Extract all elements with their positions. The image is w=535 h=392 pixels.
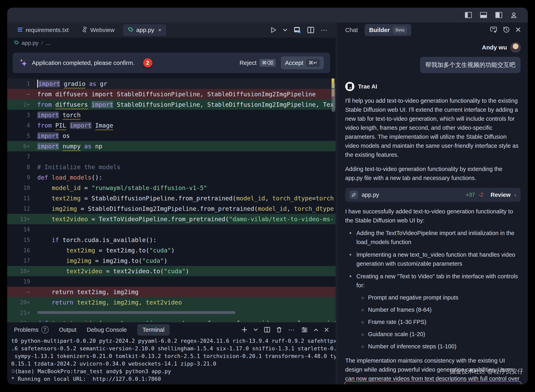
tab-label: requirements.txt xyxy=(26,27,69,33)
python-icon xyxy=(128,27,133,34)
bullet-item: •Adding the TextToVideoPipeline import a… xyxy=(345,229,521,247)
breadcrumb[interactable]: app.py / ... xyxy=(7,38,335,48)
code-line[interactable]: 2+from diffusers import StableDiffusionP… xyxy=(7,99,335,110)
code-line[interactable]: 14 xyxy=(7,224,335,235)
tab-label: app.py xyxy=(136,27,154,33)
tab-builder[interactable]: Builder Beta xyxy=(365,24,411,36)
accept-button[interactable]: Accept ⌘↵ xyxy=(281,56,324,69)
terminal-line: t0 python-multipart-0.0.20 pytz-2024.2 p… xyxy=(11,337,335,345)
line-number: 8 xyxy=(7,164,37,170)
watermark: 掘金技术社区 @程序员安仔 xyxy=(450,367,523,376)
close-panel-icon[interactable] xyxy=(324,327,329,332)
terminal-dropdown-icon[interactable] xyxy=(254,329,258,331)
panel-divider[interactable] xyxy=(335,22,338,384)
code-text: from diffusers import StableDiffusionPip… xyxy=(37,101,334,108)
code-text: # Initialize the models xyxy=(37,163,120,171)
code-line[interactable]: 15 if torch.cuda.is_available(): xyxy=(7,235,335,245)
tab-webview[interactable]: Webview xyxy=(77,24,119,36)
code-line[interactable]: 18+ text2video = text2video.to("cuda") xyxy=(7,266,335,276)
chat-input-box[interactable] xyxy=(344,381,522,384)
sparkle-icon xyxy=(19,58,28,67)
sub-bullet-text: Number of inference steps (1-100) xyxy=(368,342,456,351)
line-number: 20+ xyxy=(7,299,37,306)
code-line[interactable]: 20+ return text2img, img2img, text2video xyxy=(7,297,335,308)
tab-output[interactable]: Output xyxy=(59,327,76,333)
code-line[interactable]: 13+ text2video = TextToVideoPipeline.fro… xyxy=(7,214,335,224)
code-line[interactable]: 9def load_models(): xyxy=(7,172,335,182)
tab-problems[interactable]: Problems 7 xyxy=(14,326,49,333)
code-line[interactable]: 19 xyxy=(7,276,335,287)
code-line[interactable]: 16 text2img = text2img.to("cuda") xyxy=(7,245,335,256)
more-actions-icon[interactable]: ⋯ xyxy=(321,26,328,34)
sub-bullet-item: ○Number of inference steps (1-100) xyxy=(345,342,521,351)
code-line[interactable]: 3import torch xyxy=(7,110,335,120)
bullet-marker: • xyxy=(348,250,353,268)
terminal-settings-icon[interactable] xyxy=(302,327,307,332)
preview-icon[interactable] xyxy=(294,27,301,33)
account-icon[interactable] xyxy=(511,12,517,18)
kill-terminal-icon[interactable] xyxy=(276,327,282,333)
code-text: img2img = img2img.to("cuda") xyxy=(37,257,167,264)
tab-requirements-txt[interactable]: requirements.txt xyxy=(13,24,74,36)
reject-shortcut: ⌘⌫ xyxy=(259,59,276,67)
terminal-line: * Running on local URL: http://127.0.0.1… xyxy=(11,375,335,383)
tab-label: Webview xyxy=(90,27,115,33)
code-line[interactable]: − return text2img, img2img xyxy=(7,287,335,297)
code-text: def load_models(): xyxy=(37,174,102,181)
run-dropdown-icon[interactable] xyxy=(283,29,287,31)
horizontal-scrollbar[interactable] xyxy=(37,311,235,314)
split-editor-icon[interactable] xyxy=(307,27,314,33)
vertical-scrollbar[interactable] xyxy=(332,82,335,112)
code-line[interactable]: 8# Initialize the models xyxy=(7,162,335,172)
added-lines: +37 xyxy=(466,192,475,198)
chat-header: Chat Builder Beta xyxy=(338,22,528,38)
panel-tabbar: Problems 7 Output Debug Console Terminal xyxy=(7,322,335,337)
split-terminal-icon[interactable] xyxy=(264,327,270,332)
new-chat-icon[interactable] xyxy=(490,26,497,34)
code-line[interactable]: 6+import numpy as np xyxy=(7,141,335,151)
more-terminal-actions-icon[interactable]: ⋯ xyxy=(288,326,295,334)
chat-messages[interactable]: Andy wu 帮我加多个文生视频的功能交互吧 Trae AI I'll hel… xyxy=(338,38,528,384)
review-button[interactable]: Review xyxy=(491,191,511,198)
history-icon[interactable] xyxy=(503,26,510,34)
terminal-line: 0.15.1 tzdata-2024.2 uvicorn-0.34.0 webs… xyxy=(11,360,335,368)
close-tab-icon[interactable]: × xyxy=(158,27,161,33)
file-change-card[interactable]: app.py +37 -2 Review › xyxy=(345,188,521,202)
terminal-output[interactable]: t0 python-multipart-0.0.20 pytz-2024.2 p… xyxy=(7,337,335,384)
line-number: 1 xyxy=(7,80,37,87)
code-line[interactable]: 5import os xyxy=(7,131,335,141)
line-number: 15 xyxy=(7,237,37,243)
bullet-text: Creating a new "Text to Video" tab in th… xyxy=(356,272,521,290)
code-line[interactable]: 17 img2img = img2img.to("cuda") xyxy=(7,256,335,266)
toggle-right-panel-icon[interactable] xyxy=(495,12,502,18)
code-text: import gradio as gr xyxy=(37,80,107,88)
close-chat-icon[interactable] xyxy=(516,27,521,33)
tab-chat[interactable]: Chat xyxy=(345,27,358,33)
code-line[interactable]: 12 img2img = StableDiffusionImg2ImgPipel… xyxy=(7,203,335,214)
line-number: 18+ xyxy=(7,268,37,275)
tab-debug-console[interactable]: Debug Console xyxy=(87,327,127,333)
trae-ai-avatar xyxy=(345,82,354,91)
code-text: if torch.cuda.is_available(): xyxy=(37,236,157,243)
code-line[interactable]: 11 text2img = StableDiffusionPipeline.fr… xyxy=(7,193,335,203)
maximize-panel-icon[interactable] xyxy=(314,329,318,331)
new-terminal-icon[interactable] xyxy=(242,327,247,332)
code-line[interactable]: 1import gradio as gr xyxy=(7,79,335,89)
code-line[interactable]: 22+def text_to_video(prompt, negative_pr… xyxy=(7,318,335,322)
toggle-left-panel-icon[interactable] xyxy=(465,12,472,18)
code-line[interactable]: 7 xyxy=(7,151,335,162)
toggle-bottom-panel-icon[interactable] xyxy=(480,12,487,18)
bullet-text: Adding the TextToVideoPipeline import an… xyxy=(356,229,521,247)
code-line[interactable]: 10 model_id = "runwayml/stable-diffusion… xyxy=(7,182,335,193)
code-line[interactable]: −from diffusers import StableDiffusionPi… xyxy=(7,89,335,99)
line-number: 6+ xyxy=(7,143,37,149)
reject-button[interactable]: Reject ⌘⌫ xyxy=(239,59,276,67)
tab-app-py[interactable]: app.py × xyxy=(123,24,166,36)
code-line[interactable]: 4from PIL import Image xyxy=(7,120,335,131)
code-editor[interactable]: 1import gradio as gr−from diffusers impo… xyxy=(7,79,335,322)
run-button[interactable] xyxy=(270,27,276,33)
line-number: 14 xyxy=(7,226,37,233)
tab-terminal[interactable]: Terminal xyxy=(137,324,170,336)
accept-shortcut: ⌘↵ xyxy=(306,59,320,67)
sub-bullet-marker: ○ xyxy=(360,293,365,302)
